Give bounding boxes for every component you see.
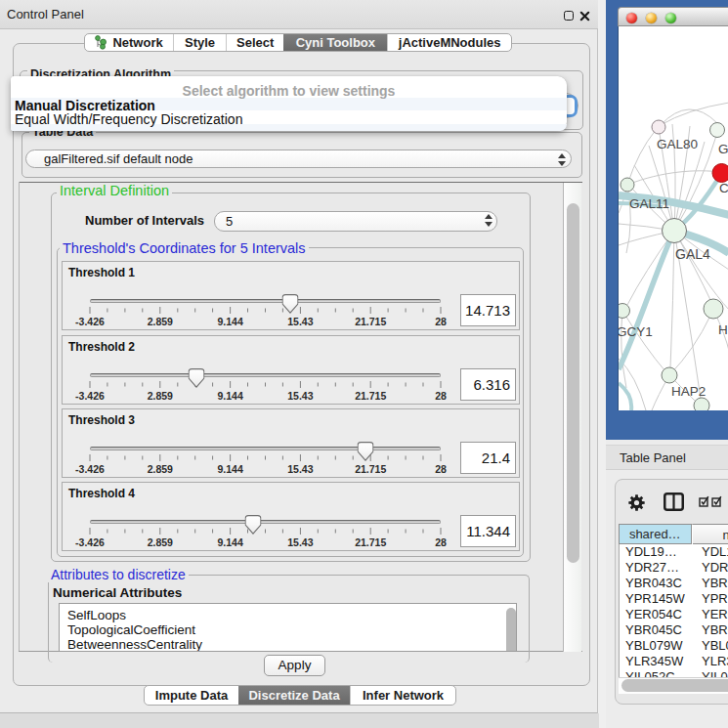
- svg-text:GAL4: GAL4: [675, 246, 710, 262]
- svg-text:HAP2: HAP2: [671, 384, 706, 399]
- svg-text:GA: GA: [718, 142, 728, 156]
- svg-text:GAL11: GAL11: [629, 196, 669, 211]
- svg-text:GAL80: GAL80: [657, 137, 698, 151]
- svg-text:H: H: [718, 322, 728, 337]
- svg-text:GCY1: GCY1: [619, 324, 653, 339]
- svg-text:C: C: [719, 181, 728, 195]
